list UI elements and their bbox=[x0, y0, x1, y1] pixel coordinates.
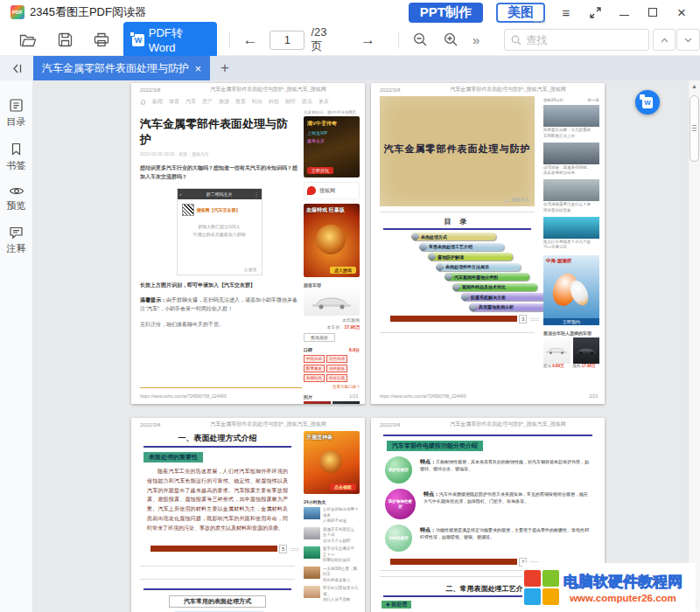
floating-word-convert-button[interactable]: W bbox=[635, 90, 660, 115]
ppt-make-button[interactable]: PPT制作 bbox=[409, 3, 483, 23]
minimize-button[interactable] bbox=[616, 3, 632, 21]
article-intro: 想结识更多汽车行业的大咖吗？想知道一些有关汽车的冷知识吗？想加入车友交流群吗？ bbox=[140, 164, 298, 181]
app-pdf-icon: PDF bbox=[10, 5, 24, 19]
pdf-page-3: 2022/3/8汽车金属零部件表面处理与防护_搜狐汽车_搜狐网 一、表面处理方式… bbox=[131, 418, 365, 612]
news-item: 自驾进藏需要注意什么？老司机告诉你答案 bbox=[543, 179, 599, 214]
footer-url: https://www.sohu.com/a/724560758_224495 bbox=[140, 393, 227, 399]
zoom-out-icon[interactable] bbox=[413, 32, 428, 47]
home-icon bbox=[140, 99, 146, 105]
ppt-title-slide: 汽车金属零部件表面处理与防护 搜狐汽车 bbox=[380, 96, 535, 206]
find-next-button[interactable] bbox=[676, 29, 700, 51]
close-button[interactable]: × bbox=[674, 3, 690, 21]
page-header-date: 2022/3/8 bbox=[140, 87, 180, 93]
back-line: 言归正传，咱们接着聊今天的干货。 bbox=[140, 320, 298, 329]
toc-capsule: 防腐系统解决方案 bbox=[461, 293, 546, 301]
sohu-fox-icon bbox=[307, 186, 316, 195]
plating-features: 防护性镀层 特点：又称耐蚀性镀层，其本身具有良好的耐蚀性能，对汽车钢铁基体起保护… bbox=[371, 456, 605, 552]
more-tools-icon[interactable]: » bbox=[472, 32, 480, 47]
toc-capsule: 腐蚀防护解读 bbox=[428, 253, 513, 261]
tip-line: 温馨提示：由于群聊火爆，若扫码无法进入，请添加小助手微信并备注“汽车”，小助手会… bbox=[140, 296, 298, 313]
hot-item: 提车时记得检查这几项，内行人从不忽略 bbox=[304, 586, 360, 603]
hot-item: 高速开车犯困怎么办？试试这几个小妙招 bbox=[304, 527, 360, 545]
page-number-input[interactable] bbox=[270, 31, 304, 50]
search-box[interactable] bbox=[504, 29, 649, 51]
sidebar-item-preview[interactable]: 预览 bbox=[7, 185, 26, 212]
car-price: 17.98万 bbox=[344, 324, 360, 330]
toc-capsule: 常用表面处理工艺介绍 bbox=[419, 243, 504, 251]
tab-bar: 汽车金属零部件表面处理与防护 × + bbox=[0, 56, 700, 80]
preview-eye-icon bbox=[9, 185, 24, 197]
pdf-page-1: 2022/3/8汽车金属零部件表面处理与防护_搜狐汽车_搜狐网 新闻体育汽车房产… bbox=[131, 83, 365, 404]
prev-page-button[interactable]: ← bbox=[242, 31, 257, 49]
toc-capsule: 表面处理样件方法展示 bbox=[436, 263, 521, 271]
vertical-scrollbar[interactable]: ▲ ▼ bbox=[688, 80, 700, 612]
hot-list-header: 24小时热文 bbox=[304, 499, 360, 504]
koubei-link: 查看完整口碑 > bbox=[304, 385, 360, 389]
phone-bar-title: 群二维码名片 bbox=[206, 191, 233, 197]
feature-row: 功能性镀层 特点：功能性镀层是满足特定功能要求的镀层，主要用于提高零件的耐磨性、… bbox=[385, 525, 591, 552]
footer-page-number: 1/23 bbox=[349, 393, 358, 399]
article-meta: 2022-03-08 18:02 · 来源：搜狐汽车 bbox=[140, 151, 298, 156]
site-watermark: 电脑软硬件教程网 www.computer26.com bbox=[522, 563, 696, 612]
search-input[interactable] bbox=[526, 34, 631, 46]
qr-code bbox=[182, 204, 194, 216]
koubei-tag: 配置丰富 bbox=[304, 365, 325, 372]
article-sidebar-feed: 热帖24小时换一换 四月新车前瞻：这几款重磅车型即将正式上市 试驾体验：高速表现… bbox=[543, 96, 599, 368]
document-viewport[interactable]: 2022/3/8汽车金属零部件表面处理与防护_搜狐汽车_搜狐网 新闻体育汽车房产… bbox=[33, 80, 688, 612]
print-icon[interactable] bbox=[94, 32, 109, 47]
zoom-in-icon[interactable] bbox=[444, 32, 458, 47]
article-nav: 新闻体育汽车房产旅游教育时尚科技财经娱乐更多 bbox=[131, 94, 365, 108]
scrollbar-thumb[interactable] bbox=[690, 95, 699, 162]
toc-capsule: 表面处理方式 bbox=[411, 233, 496, 240]
slide-highlight: 表面处理的重要性 bbox=[144, 452, 203, 462]
save-icon[interactable] bbox=[58, 32, 73, 47]
feature-circle: 防护装饰性镀层 bbox=[385, 489, 416, 519]
meitu-button[interactable]: 美图广告 bbox=[496, 3, 545, 23]
promo-header: 大家都在玩 · 满v中变传奇网页 bbox=[304, 110, 360, 115]
maximize-button[interactable] bbox=[645, 3, 661, 21]
collapse-sidebar-icon[interactable] bbox=[0, 56, 33, 80]
menu-icon[interactable]: ≡ bbox=[558, 3, 574, 21]
sidebar-item-toc[interactable]: 目录 bbox=[7, 98, 26, 129]
car-name: 本田雅阁 bbox=[304, 317, 360, 323]
price-inquiry-button: 查询底价 bbox=[304, 333, 335, 342]
feature-row: 防护装饰性镀层 特点：汽车外表面镀层既起防护作用又求美观装饰，常见的有铜镍铬组合… bbox=[385, 489, 591, 519]
car-cell: 雅阁 17.98万 bbox=[573, 337, 600, 368]
ad-play-button: 立即开玩 bbox=[307, 167, 333, 174]
koubei-label: 口碑 bbox=[304, 347, 312, 352]
open-file-icon[interactable] bbox=[19, 32, 37, 47]
pdf-to-word-button[interactable]: W PDF转Word bbox=[123, 22, 217, 58]
slide2-title: 汽车常用的表面处理方式 bbox=[169, 595, 266, 608]
comment-icon bbox=[9, 226, 24, 240]
toc-capsule: 紧固件样品及技术对比 bbox=[452, 283, 537, 291]
hot-item: 公积金还能这样用？很多人都还不知道 bbox=[304, 507, 360, 525]
next-page-button[interactable]: → bbox=[360, 31, 375, 49]
watermark-site-name: 电脑软硬件教程网 bbox=[564, 572, 682, 592]
find-prev-button[interactable] bbox=[653, 29, 676, 51]
toc-capsules: 表面处理方式常用表面处理工艺介绍腐蚀防护解读表面处理样件方法展示汽车紧固件腐蚀分… bbox=[371, 233, 543, 311]
tab-close-icon[interactable]: × bbox=[194, 62, 201, 75]
game-ad-flame: 开服送神装 点击领取 bbox=[304, 431, 360, 494]
article-title: 汽车金属零部件表面处理与防护 bbox=[140, 116, 298, 148]
car-recommend-grid: 思域 9.89万 雅阁 17.98万 bbox=[543, 337, 599, 368]
article-divider bbox=[140, 387, 302, 388]
page-header-title: 汽车金属零部件表面处理与防护_搜狐汽车_搜狐网 bbox=[180, 86, 356, 94]
bookmark-icon bbox=[9, 142, 24, 156]
document-tab[interactable]: 汽车金属零部件表面处理与防护 × bbox=[33, 56, 210, 80]
refresh-link: 换一换 bbox=[588, 98, 600, 102]
slide-highlight: 汽车零部件电镀按功能分类介绍 bbox=[387, 441, 483, 451]
slide-paragraph: 随着汽车工业的迅速发展，人们对汽车抵御外界环境的侵蚀能力和汽车长期运行的可靠性、… bbox=[147, 467, 288, 533]
car-cell: 思域 9.89万 bbox=[543, 337, 570, 368]
game-ad-gold: 满V中变传奇 上线送VIP 爆率全开 立即开玩 bbox=[304, 116, 360, 177]
slide-footer-bar: 7 bbox=[390, 559, 517, 565]
pdf-page-2: 2022/3/8汽车金属零部件表面处理与防护_搜狐汽车_搜狐网 汽车金属零部件表… bbox=[371, 83, 605, 404]
sidebar-item-annotations[interactable]: 注释 bbox=[7, 226, 26, 255]
hot-item: 一天跑300公里，网约车司机的真实收入 bbox=[304, 567, 360, 584]
tab-title: 汽车金属零部件表面处理与防护 bbox=[42, 61, 189, 76]
scroll-up-arrow[interactable]: ▲ bbox=[689, 83, 700, 89]
fullscreen-icon[interactable] bbox=[587, 3, 603, 21]
sidebar-item-bookmarks[interactable]: 书签 bbox=[7, 142, 26, 172]
group-qr-screenshot: ‹群二维码名片⋮ 搜狐圈【汽车交友群】 群聊人数已超过100人可通过群成员邀请加… bbox=[177, 188, 262, 275]
hot-item: 新手停车总是停不正？一招帮你轻松搞定 bbox=[304, 546, 360, 564]
new-tab-button[interactable]: + bbox=[210, 56, 240, 80]
